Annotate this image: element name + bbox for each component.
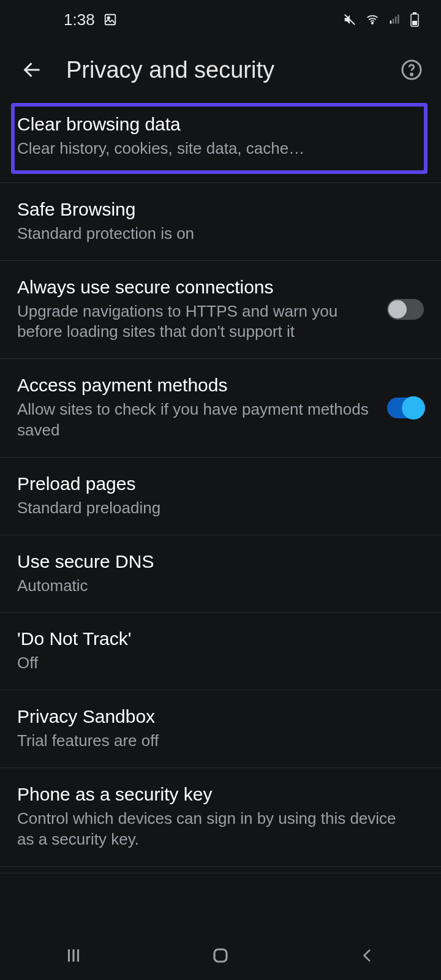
app-bar: Privacy and security: [0, 39, 441, 100]
item-title: Phone as a security key: [17, 784, 412, 805]
back-nav-button[interactable]: [349, 937, 386, 974]
item-subtitle: Clear history, cookies, site data, cache…: [17, 138, 421, 159]
svg-point-1: [107, 17, 110, 19]
clear-browsing-data-item[interactable]: Clear browsing data Clear history, cooki…: [11, 103, 428, 174]
nav-bar: [0, 931, 441, 980]
status-bar: 1:38: [0, 0, 441, 39]
svg-point-3: [372, 23, 374, 24]
svg-rect-7: [398, 15, 399, 24]
svg-point-13: [411, 74, 413, 75]
svg-rect-5: [393, 18, 394, 23]
item-title: 'Do Not Track': [17, 628, 412, 649]
image-icon: [104, 13, 117, 26]
back-button[interactable]: [17, 55, 47, 85]
item-subtitle: Trial features are off: [17, 731, 412, 752]
mute-icon: [343, 13, 356, 26]
item-subtitle: Standard preloading: [17, 498, 412, 519]
item-title: Always use secure connections: [17, 277, 375, 298]
item-subtitle: Allow sites to check if you have payment…: [17, 399, 375, 441]
item-title: Privacy Sandbox: [17, 706, 412, 727]
item-subtitle: Control which devices can sign in by usi…: [17, 809, 412, 850]
recents-button[interactable]: [55, 937, 92, 974]
do-not-track-item[interactable]: 'Do Not Track' Off: [0, 612, 441, 690]
wifi-icon: [365, 13, 380, 26]
preload-pages-item[interactable]: Preload pages Standard preloading: [0, 458, 441, 535]
secure-connections-toggle[interactable]: [387, 299, 424, 320]
page-title: Privacy and security: [66, 57, 274, 83]
svg-rect-4: [390, 21, 392, 24]
svg-rect-17: [214, 949, 227, 962]
svg-rect-6: [395, 17, 397, 24]
item-title: Use secure DNS: [17, 551, 412, 572]
svg-rect-0: [105, 15, 115, 25]
security-key-item[interactable]: Phone as a security key Control which de…: [0, 768, 441, 867]
privacy-sandbox-item[interactable]: Privacy Sandbox Trial features are off: [0, 690, 441, 768]
item-title: Safe Browsing: [17, 199, 412, 220]
payment-methods-item[interactable]: Access payment methods Allow sites to ch…: [0, 359, 441, 458]
settings-list: Clear browsing data Clear history, cooki…: [0, 100, 441, 873]
item-title: Access payment methods: [17, 375, 375, 396]
signal-icon: [388, 13, 402, 26]
svg-rect-10: [412, 21, 417, 25]
status-time: 1:38: [64, 10, 95, 29]
item-subtitle: Upgrade navigations to HTTPS and warn yo…: [17, 301, 375, 343]
item-subtitle: Automatic: [17, 576, 412, 597]
home-button[interactable]: [202, 937, 239, 974]
item-subtitle: Standard protection is on: [17, 224, 412, 244]
secure-dns-item[interactable]: Use secure DNS Automatic: [0, 535, 441, 613]
secure-connections-item[interactable]: Always use secure connections Upgrade na…: [0, 261, 441, 360]
battery-icon: [410, 12, 419, 27]
safe-browsing-item[interactable]: Safe Browsing Standard protection is on: [0, 183, 441, 261]
item-title: Clear browsing data: [17, 114, 421, 135]
help-button[interactable]: [399, 58, 424, 82]
item-title: Preload pages: [17, 473, 412, 494]
payment-methods-toggle[interactable]: [387, 398, 424, 418]
item-subtitle: Off: [17, 653, 412, 674]
